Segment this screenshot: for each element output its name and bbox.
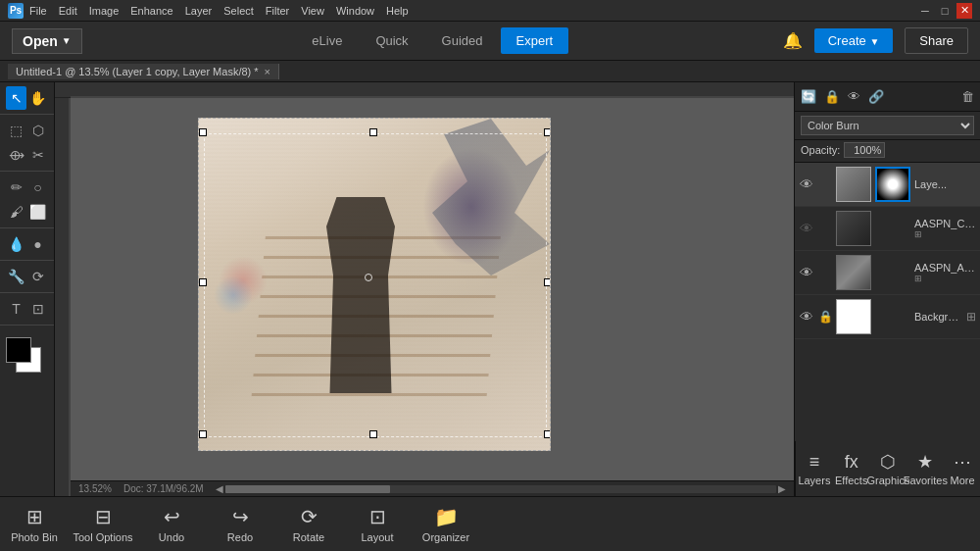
menu-layer[interactable]: Layer bbox=[185, 5, 213, 17]
handle-ml[interactable] bbox=[199, 278, 207, 286]
lasso-tool[interactable]: ⬡ bbox=[27, 119, 48, 142]
layer-item-3[interactable]: 👁 AASPN_ArtPlayPal... ⊞ bbox=[795, 251, 980, 295]
h-scrollbar-thumb[interactable] bbox=[225, 485, 391, 493]
eye-icon[interactable]: 👁 bbox=[848, 89, 860, 104]
text-tool[interactable]: T bbox=[6, 297, 26, 321]
menu-select[interactable]: Select bbox=[223, 5, 254, 17]
photo-bin-button[interactable]: ⊞ Photo Bin bbox=[0, 497, 69, 552]
refresh-icon[interactable]: 🔄 bbox=[801, 89, 816, 104]
tool-pair-select2: ⟴ ✂ bbox=[6, 143, 48, 167]
menu-edit[interactable]: Edit bbox=[59, 5, 77, 17]
eraser-tool[interactable]: ⬜ bbox=[27, 200, 48, 224]
redo-label: Redo bbox=[227, 531, 253, 543]
menu-window[interactable]: Window bbox=[336, 5, 374, 17]
graphics-icon: ⬡ bbox=[880, 451, 896, 473]
brush-tool[interactable]: 🖌 bbox=[6, 200, 26, 224]
share-button[interactable]: Share bbox=[905, 27, 968, 54]
rotate-button[interactable]: ⟳ Rotate bbox=[274, 497, 343, 552]
menu-image[interactable]: Image bbox=[89, 5, 120, 17]
undo-button[interactable]: ↩ Undo bbox=[137, 497, 206, 552]
background-visibility-icon[interactable]: 👁 bbox=[799, 309, 814, 325]
menu-enhance[interactable]: Enhance bbox=[130, 5, 172, 17]
mode-tabs: eLive Quick Guided Expert bbox=[296, 27, 568, 54]
layer-3-visibility-icon[interactable]: 👁 bbox=[799, 265, 814, 280]
panel-action-icons: 🗑 bbox=[961, 89, 974, 104]
redo-button[interactable]: ↪ Redo bbox=[206, 497, 274, 552]
delete-icon[interactable]: 🗑 bbox=[961, 89, 974, 104]
favorites-label: Favorites bbox=[904, 475, 948, 486]
layer-1-visibility-icon[interactable]: 👁 bbox=[799, 176, 814, 192]
blur-tool[interactable]: ⟳ bbox=[27, 265, 48, 288]
shape-tool[interactable]: ○ bbox=[27, 175, 48, 199]
more-icon: ⋯ bbox=[954, 451, 971, 473]
handle-bm[interactable] bbox=[369, 430, 377, 438]
opacity-input[interactable]: 100% bbox=[844, 142, 885, 158]
handle-br[interactable] bbox=[544, 430, 551, 438]
layout-button[interactable]: ⊡ Layout bbox=[343, 497, 412, 552]
scroll-indicator[interactable]: ◀ ▶ bbox=[216, 483, 786, 494]
crop-tool[interactable]: ✂ bbox=[27, 143, 48, 167]
move-tool[interactable]: ↖ bbox=[6, 86, 26, 110]
layers-label: Layers bbox=[798, 475, 830, 486]
marquee-tool[interactable]: ⬚ bbox=[6, 119, 26, 142]
gradient-tool[interactable]: ● bbox=[27, 232, 48, 256]
menu-help[interactable]: Help bbox=[386, 5, 409, 17]
organizer-button[interactable]: 📁 Organizer bbox=[412, 497, 480, 552]
artwork-canvas[interactable] bbox=[198, 118, 551, 451]
handle-tm[interactable] bbox=[369, 128, 377, 136]
document-tab[interactable]: Untitled-1 @ 13.5% (Layer 1 copy, Layer … bbox=[8, 64, 279, 79]
quick-select-tool[interactable]: ⟴ bbox=[6, 143, 26, 167]
layers-panel-btn[interactable]: ≡ Layers bbox=[797, 452, 832, 486]
layer-2-name: AASPN_CameraFo... bbox=[914, 218, 976, 229]
bottom-panel: ⊞ Photo Bin ⊟ Tool Options ↩ Undo ↪ Redo… bbox=[0, 496, 980, 551]
handle-mr[interactable] bbox=[544, 278, 551, 286]
dodge-tool[interactable]: 🔧 bbox=[6, 265, 26, 288]
blend-mode-select[interactable]: Normal Dissolve Multiply Screen Overlay … bbox=[801, 116, 974, 135]
graphics-panel-btn[interactable]: ⬡ Graphics bbox=[870, 451, 906, 486]
shape2-tool[interactable]: ⊡ bbox=[27, 297, 48, 321]
maximize-button[interactable]: □ bbox=[937, 3, 953, 19]
transform-center[interactable] bbox=[365, 274, 372, 281]
handle-tr[interactable] bbox=[544, 128, 551, 136]
canvas-wrapper[interactable]: 13.52% Doc: 37.1M/96.2M ◀ ▶ bbox=[71, 98, 794, 496]
open-button[interactable]: Open ▼ bbox=[12, 28, 82, 54]
lock-icon[interactable]: 🔒 bbox=[824, 89, 840, 104]
handle-tl[interactable] bbox=[199, 128, 207, 136]
color-swatch bbox=[6, 337, 49, 376]
layer-item-1[interactable]: 👁 Laye... bbox=[795, 163, 980, 207]
tab-quick[interactable]: Quick bbox=[360, 27, 423, 54]
tool-options-button[interactable]: ⊟ Tool Options bbox=[69, 497, 137, 552]
layer-item-2[interactable]: 👁 AASPN_CameraFo... ⊞ bbox=[795, 207, 980, 251]
paint-bucket-tool[interactable]: 💧 bbox=[6, 232, 26, 256]
tab-guided[interactable]: Guided bbox=[426, 27, 499, 54]
menu-file[interactable]: File bbox=[29, 5, 47, 17]
tab-expert[interactable]: Expert bbox=[501, 27, 569, 54]
zoom-level: 13.52% bbox=[78, 483, 112, 494]
document-tab-bar: Untitled-1 @ 13.5% (Layer 1 copy, Layer … bbox=[0, 61, 980, 82]
foreground-color-swatch[interactable] bbox=[6, 337, 31, 363]
tool-pair-paint: 🖌 ⬜ bbox=[6, 200, 48, 224]
title-left: Ps File Edit Image Enhance Layer Select … bbox=[8, 3, 409, 19]
layer-2-visibility-icon[interactable]: 👁 bbox=[799, 221, 814, 236]
doc-size: Doc: 37.1M/96.2M bbox=[123, 483, 204, 494]
effects-panel-btn[interactable]: fx Effects bbox=[834, 452, 869, 486]
organizer-label: Organizer bbox=[422, 531, 469, 543]
pencil-tool[interactable]: ✏ bbox=[6, 175, 26, 199]
favorites-panel-btn[interactable]: ★ Favorites bbox=[907, 451, 943, 486]
tool-pair-select: ⬚ ⬡ bbox=[6, 119, 48, 142]
more-panel-btn[interactable]: ⋯ More bbox=[945, 451, 980, 486]
layer-item-background[interactable]: 👁 🔒 Background ⊞ bbox=[795, 295, 980, 339]
hand-tool[interactable]: ✋ bbox=[27, 86, 48, 110]
doc-tab-close[interactable]: × bbox=[265, 66, 270, 77]
tab-elive[interactable]: eLive bbox=[296, 27, 358, 54]
opacity-label: Opacity: bbox=[801, 144, 840, 156]
notification-bell-icon[interactable]: 🔔 bbox=[783, 31, 803, 50]
link-icon[interactable]: 🔗 bbox=[868, 89, 884, 104]
favorites-icon: ★ bbox=[917, 451, 933, 473]
create-button[interactable]: Create ▼ bbox=[814, 28, 894, 53]
close-button[interactable]: ✕ bbox=[956, 3, 972, 19]
minimize-button[interactable]: ─ bbox=[917, 3, 933, 19]
handle-bl[interactable] bbox=[199, 430, 207, 438]
menu-view[interactable]: View bbox=[301, 5, 324, 17]
menu-filter[interactable]: Filter bbox=[266, 5, 289, 17]
